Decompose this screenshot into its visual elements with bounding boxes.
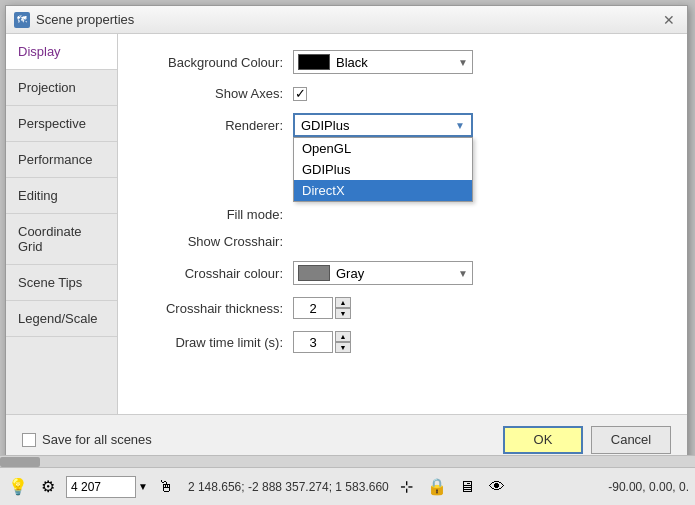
renderer-row: Renderer: GDIPlus ▼ OpenGL GDIPlus Direc… (138, 113, 667, 137)
sidebar-item-display[interactable]: Display (6, 34, 117, 70)
fill-mode-label: Fill mode: (138, 207, 293, 222)
taskbar-location-input[interactable] (66, 476, 136, 498)
crosshair-colour-arrow: ▼ (458, 268, 468, 279)
taskbar-coords: 2 148.656; -2 888 357.274; 1 583.660 (188, 480, 389, 494)
renderer-option-opengl[interactable]: OpenGL (294, 138, 472, 159)
show-axes-control: ✓ (293, 87, 667, 101)
black-swatch (298, 54, 330, 70)
crosshair-thickness-row: Crosshair thickness: ▲ ▼ (138, 297, 667, 319)
draw-time-control: ▲ ▼ (293, 331, 667, 353)
renderer-select[interactable]: GDIPlus ▼ OpenGL GDIPlus DirectX (293, 113, 473, 137)
taskbar-net-icon: ⊹ (395, 475, 419, 499)
renderer-select-btn[interactable]: GDIPlus ▼ (293, 113, 473, 137)
crosshair-thickness-control: ▲ ▼ (293, 297, 667, 319)
gray-swatch (298, 265, 330, 281)
crosshair-colour-row: Crosshair colour: Gray ▼ (138, 261, 667, 285)
horizontal-scrollbar[interactable] (0, 455, 695, 467)
taskbar-dropdown-arrow[interactable]: ▼ (138, 481, 148, 492)
sidebar-item-perspective[interactable]: Perspective (6, 106, 117, 142)
crosshair-thickness-up[interactable]: ▲ (335, 297, 351, 308)
scene-properties-dialog: 🗺 Scene properties ✕ Display Projection … (5, 5, 688, 465)
crosshair-colour-control: Gray ▼ (293, 261, 667, 285)
ok-button[interactable]: OK (503, 426, 583, 454)
bg-color-arrow: ▼ (458, 57, 468, 68)
show-axes-row: Show Axes: ✓ (138, 86, 667, 101)
taskbar-cursor-icon: 🖱 (154, 475, 178, 499)
renderer-option-directx[interactable]: DirectX (294, 180, 472, 201)
crosshair-thickness-input[interactable] (293, 297, 333, 319)
save-all-checkbox[interactable] (22, 433, 36, 447)
sidebar-item-performance[interactable]: Performance (6, 142, 117, 178)
show-axes-label: Show Axes: (138, 86, 293, 101)
renderer-arrow: ▼ (455, 120, 465, 131)
bg-color-control: Black ▼ (293, 50, 667, 74)
crosshair-thickness-spinner: ▲ ▼ (293, 297, 667, 319)
taskbar-screen-icon: 🖥 (455, 475, 479, 499)
show-crosshair-row: Show Crosshair: (138, 234, 667, 249)
renderer-option-gdiplus[interactable]: GDIPlus (294, 159, 472, 180)
scroll-thumb[interactable] (0, 457, 40, 467)
taskbar-eye-icon: 👁 (485, 475, 509, 499)
show-axes-checkbox[interactable]: ✓ (293, 87, 307, 101)
bg-color-row: Background Colour: Black ▼ (138, 50, 667, 74)
crosshair-colour-value: Gray (336, 266, 364, 281)
crosshair-thickness-btns: ▲ ▼ (335, 297, 351, 319)
bg-color-value: Black (336, 55, 368, 70)
crosshair-thickness-down[interactable]: ▼ (335, 308, 351, 319)
sidebar-item-legend-scale[interactable]: Legend/Scale (6, 301, 117, 337)
sidebar-item-projection[interactable]: Projection (6, 70, 117, 106)
crosshair-colour-label: Crosshair colour: (138, 266, 293, 281)
show-crosshair-label: Show Crosshair: (138, 234, 293, 249)
draw-time-spinner: ▲ ▼ (293, 331, 667, 353)
crosshair-colour-dropdown[interactable]: Gray ▼ (293, 261, 473, 285)
taskbar-location-field: ▼ (66, 476, 148, 498)
taskbar-bulb-icon: 💡 (6, 475, 30, 499)
sidebar: Display Projection Perspective Performan… (6, 34, 118, 414)
dialog-body: Display Projection Perspective Performan… (6, 34, 687, 414)
main-content: Background Colour: Black ▼ Show Axes: ✓ (118, 34, 687, 414)
draw-time-input[interactable] (293, 331, 333, 353)
taskbar-gear-icon: ⚙ (36, 475, 60, 499)
crosshair-thickness-label: Crosshair thickness: (138, 301, 293, 316)
taskbar-lock-icon: 🔒 (425, 475, 449, 499)
title-bar: 🗺 Scene properties ✕ (6, 6, 687, 34)
title-bar-left: 🗺 Scene properties (14, 12, 134, 28)
cancel-button[interactable]: Cancel (591, 426, 671, 454)
bg-color-label: Background Colour: (138, 55, 293, 70)
close-button[interactable]: ✕ (659, 10, 679, 30)
sidebar-item-editing[interactable]: Editing (6, 178, 117, 214)
draw-time-label: Draw time limit (s): (138, 335, 293, 350)
taskbar: 💡 ⚙ ▼ 🖱 2 148.656; -2 888 357.274; 1 583… (0, 467, 695, 505)
draw-time-btns: ▲ ▼ (335, 331, 351, 353)
save-check-area: Save for all scenes (22, 432, 152, 447)
renderer-dropdown-list: OpenGL GDIPlus DirectX (293, 137, 473, 202)
dialog-icon: 🗺 (14, 12, 30, 28)
save-all-label: Save for all scenes (42, 432, 152, 447)
renderer-control: GDIPlus ▼ OpenGL GDIPlus DirectX (293, 113, 667, 137)
draw-time-up[interactable]: ▲ (335, 331, 351, 342)
dialog-title: Scene properties (36, 12, 134, 27)
sidebar-item-coordinate-grid[interactable]: Coordinate Grid (6, 214, 117, 265)
renderer-label: Renderer: (138, 118, 293, 133)
draw-time-row: Draw time limit (s): ▲ ▼ (138, 331, 667, 353)
bg-color-dropdown[interactable]: Black ▼ (293, 50, 473, 74)
draw-time-down[interactable]: ▼ (335, 342, 351, 353)
taskbar-angle: -90.00, 0.00, 0. (608, 480, 689, 494)
sidebar-item-scene-tips[interactable]: Scene Tips (6, 265, 117, 301)
fill-mode-row: Fill mode: (138, 207, 667, 222)
renderer-value: GDIPlus (301, 118, 349, 133)
